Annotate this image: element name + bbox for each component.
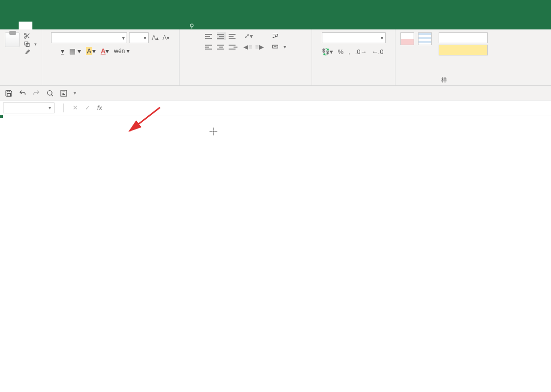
number-format-combo[interactable]: ▾ bbox=[322, 32, 386, 43]
wrap-text-button[interactable] bbox=[272, 32, 286, 39]
align-middle-button[interactable] bbox=[217, 32, 226, 40]
tab-help[interactable] bbox=[156, 22, 170, 29]
svg-point-11 bbox=[213, 131, 214, 132]
group-styles-label: 样 bbox=[441, 76, 447, 84]
font-color-button[interactable]: A▾ bbox=[101, 47, 109, 55]
undo-icon[interactable] bbox=[19, 89, 26, 97]
phonetic-button[interactable]: wén ▾ bbox=[114, 48, 129, 54]
align-top-button[interactable] bbox=[205, 32, 214, 40]
format-as-table-button[interactable] bbox=[418, 32, 432, 47]
crosshair-cursor-icon bbox=[209, 127, 218, 136]
paste-icon bbox=[5, 32, 20, 47]
paste-button[interactable] bbox=[5, 32, 20, 48]
svg-point-2 bbox=[25, 37, 26, 39]
percent-button[interactable]: % bbox=[338, 48, 344, 55]
conditional-format-button[interactable] bbox=[400, 32, 414, 47]
scissors-icon bbox=[24, 32, 30, 39]
group-font: ▾ ▾ A▴ A▾ ▾ ▦ ▾ A▾ A▾ wén ▾ bbox=[42, 29, 180, 85]
font-size-combo[interactable]: ▾ bbox=[129, 32, 149, 43]
table-format-icon bbox=[418, 32, 432, 45]
tab-file[interactable] bbox=[5, 22, 19, 29]
fx-icon[interactable]: fx bbox=[97, 104, 102, 111]
tab-formulas[interactable] bbox=[74, 22, 87, 29]
paintbrush-icon bbox=[24, 49, 30, 56]
svg-rect-6 bbox=[7, 90, 10, 92]
ribbon-body: ▾ ▾ ▾ A▴ A▾ ▾ ▦ ▾ A▾ bbox=[0, 29, 551, 86]
name-box[interactable]: ▾ bbox=[3, 103, 54, 113]
tell-me-search[interactable] bbox=[188, 23, 198, 29]
underline-button[interactable]: ▾ bbox=[61, 47, 64, 55]
svg-point-0 bbox=[190, 24, 193, 27]
ribbon-tabs bbox=[0, 13, 551, 29]
align-center-button[interactable] bbox=[217, 43, 226, 51]
svg-point-1 bbox=[25, 33, 26, 35]
wrap-icon bbox=[272, 32, 279, 39]
align-right-button[interactable] bbox=[229, 43, 237, 51]
tab-insert[interactable] bbox=[32, 22, 46, 29]
insert-function-icon[interactable] bbox=[60, 89, 68, 97]
tab-review[interactable] bbox=[101, 22, 115, 29]
cancel-icon[interactable]: ✕ bbox=[73, 104, 78, 111]
cell-style-medium[interactable] bbox=[439, 45, 488, 55]
enter-icon[interactable]: ✓ bbox=[85, 104, 90, 111]
qat-customize-icon[interactable]: ▾ bbox=[74, 90, 76, 96]
increase-decimal-button[interactable]: .0→ bbox=[355, 48, 367, 55]
fill-color-button[interactable]: A▾ bbox=[86, 47, 96, 55]
increase-indent-button[interactable]: ≡▶ bbox=[255, 43, 264, 51]
group-styles: 样 bbox=[395, 29, 493, 85]
conditional-format-icon bbox=[400, 32, 414, 45]
font-name-combo[interactable]: ▾ bbox=[51, 32, 127, 43]
svg-point-8 bbox=[48, 90, 52, 95]
align-left-button[interactable] bbox=[205, 43, 214, 51]
save-icon[interactable] bbox=[5, 89, 13, 97]
align-bottom-button[interactable] bbox=[229, 32, 237, 40]
tab-data[interactable] bbox=[87, 22, 101, 29]
group-clipboard: ▾ bbox=[0, 29, 42, 85]
tab-pdf[interactable] bbox=[170, 22, 184, 29]
merge-center-button[interactable]: ▾ bbox=[272, 43, 286, 50]
border-button[interactable]: ▦ ▾ bbox=[69, 47, 81, 55]
tab-view[interactable] bbox=[129, 22, 142, 29]
tab-new[interactable] bbox=[115, 22, 129, 29]
quick-access-toolbar: ▾ bbox=[0, 86, 551, 101]
svg-rect-7 bbox=[7, 93, 11, 96]
copy-button[interactable]: ▾ bbox=[24, 41, 37, 48]
copy-icon bbox=[24, 41, 30, 48]
increase-font-button[interactable]: A▴ bbox=[151, 33, 159, 43]
tab-draw[interactable] bbox=[46, 22, 60, 29]
group-number: ▾ 💱▾ % , .0→ ←.0 bbox=[312, 29, 395, 85]
zoom-icon[interactable] bbox=[46, 89, 54, 97]
tab-dev[interactable] bbox=[142, 22, 156, 29]
redo-icon[interactable] bbox=[32, 89, 40, 97]
decrease-decimal-button[interactable]: ←.0 bbox=[372, 48, 384, 55]
tab-page-layout[interactable] bbox=[60, 22, 74, 29]
lightbulb-icon bbox=[188, 23, 195, 29]
accounting-button[interactable]: 💱▾ bbox=[322, 48, 333, 55]
tab-home[interactable] bbox=[19, 22, 32, 29]
formula-input[interactable] bbox=[109, 103, 551, 113]
cell-style-normal[interactable] bbox=[439, 32, 488, 43]
title-bar bbox=[0, 0, 551, 13]
comma-button[interactable]: , bbox=[348, 48, 350, 55]
fill-handle[interactable] bbox=[0, 115, 3, 118]
decrease-font-button[interactable]: A▾ bbox=[161, 33, 170, 43]
format-painter-button[interactable] bbox=[24, 49, 37, 56]
cut-button[interactable] bbox=[24, 32, 37, 39]
merge-icon bbox=[272, 43, 279, 50]
group-alignment: ⤢▾ ◀≡ ≡▶ ▾ bbox=[180, 29, 312, 85]
decrease-indent-button[interactable]: ◀≡ bbox=[243, 43, 252, 51]
orientation-button[interactable]: ⤢▾ bbox=[244, 32, 253, 40]
formula-bar: ▾ ✕ ✓ fx bbox=[0, 101, 551, 115]
